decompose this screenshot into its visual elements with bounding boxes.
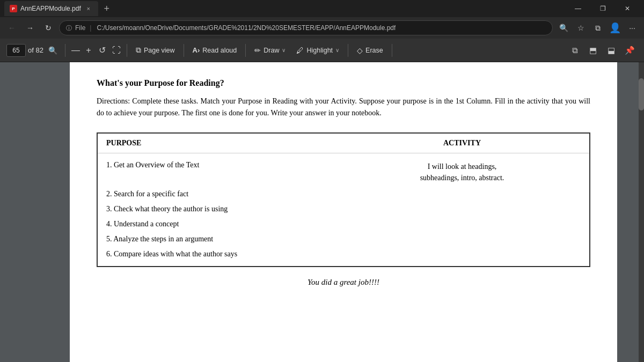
page-total: of 82 <box>28 46 43 54</box>
page-view-icon: ⧉ <box>136 46 141 55</box>
erase-label: Erase <box>365 47 383 54</box>
split-view-icon[interactable]: ⧉ <box>590 20 605 35</box>
pdf-icon: P <box>10 5 17 12</box>
address-input-bar[interactable]: ⓘ File | C:/Users/moann/OneDrive/Documen… <box>59 20 553 35</box>
minimize-button[interactable]: — <box>566 0 590 17</box>
erase-button[interactable]: ◇ Erase <box>353 42 387 58</box>
main-area: What's your Purpose for Reading? Directi… <box>0 62 644 362</box>
profile-icon[interactable]: 👤 <box>608 20 623 35</box>
page-number-input[interactable] <box>6 44 26 57</box>
purpose-column-header: PURPOSE <box>106 139 343 147</box>
right-margin <box>617 62 644 362</box>
read-aloud-icon: A› <box>193 46 200 54</box>
scrollbar[interactable] <box>639 62 644 362</box>
active-tab[interactable]: P AnnEAPPModule.pdf × <box>4 1 98 16</box>
title-bar: P AnnEAPPModule.pdf × + — ❐ ✕ <box>0 0 644 17</box>
purpose-activity-table: PURPOSE ACTIVITY 1. Get an Overview of t… <box>97 132 590 267</box>
file-label: File <box>75 24 85 32</box>
table-row: 2. Search for a specific fact <box>106 187 581 202</box>
favorite-icon[interactable]: ☆ <box>573 20 588 35</box>
highlight-button[interactable]: 🖊 Highlight ∨ <box>292 42 343 58</box>
table-header-row: PURPOSE ACTIVITY <box>98 134 589 153</box>
print-icon[interactable]: ⬓ <box>603 42 619 58</box>
toolbar-separator-2 <box>127 44 127 57</box>
purpose-cell-2: 2. Search for a specific fact <box>106 190 343 198</box>
restore-button[interactable]: ❐ <box>590 0 615 17</box>
tab-list: P AnnEAPPModule.pdf × + <box>4 1 564 16</box>
bottom-text: You did a great job!!!! <box>97 278 590 287</box>
pdf-page-content: What's your Purpose for Reading? Directi… <box>70 62 617 362</box>
activity-cell-1: I will look at headings,subheadings, int… <box>343 161 581 183</box>
forward-button[interactable]: → <box>23 20 38 35</box>
zoom-out-button[interactable]: — <box>70 45 82 56</box>
page-view-button[interactable]: ⧉ Page view <box>131 42 179 58</box>
draw-icon: ✏ <box>254 46 261 55</box>
scrollbar-thumb[interactable] <box>639 78 644 110</box>
table-row: 6. Compare ideas with what the author sa… <box>106 247 581 262</box>
toolbar-separator-1 <box>65 44 65 57</box>
table-body: 1. Get an Overview of the Text I will lo… <box>98 153 589 266</box>
zoom-controls: — + <box>70 45 94 56</box>
copy-icon[interactable]: ⧉ <box>567 42 583 58</box>
file-icon: ⓘ <box>66 24 72 32</box>
highlight-icon: 🖊 <box>296 46 304 55</box>
erase-icon: ◇ <box>357 46 363 55</box>
table-row: 1. Get an Overview of the Text I will lo… <box>106 158 581 187</box>
purpose-cell-4: 4. Understand a concept <box>106 220 343 228</box>
toolbar-separator-3 <box>184 44 184 57</box>
purpose-cell-6: 6. Compare ideas with what the author sa… <box>106 250 343 258</box>
fit-page-button[interactable]: ⛶ <box>111 45 122 56</box>
tab-close-button[interactable]: × <box>84 4 93 13</box>
toolbar-right-actions: ⧉ ⬒ ⬓ 📌 <box>567 42 638 58</box>
close-button[interactable]: ✕ <box>615 0 640 17</box>
back-button[interactable]: ← <box>4 20 19 35</box>
more-icon[interactable]: ··· <box>625 20 640 35</box>
purpose-cell-5: 5. Analyze the steps in an argument <box>106 235 343 243</box>
rotate-left-button[interactable]: ↺ <box>97 45 108 56</box>
save-icon[interactable]: ⬒ <box>585 42 601 58</box>
table-row: 5. Analyze the steps in an argument <box>106 232 581 247</box>
read-aloud-button[interactable]: A› Read aloud <box>188 42 241 58</box>
left-margin <box>0 62 70 362</box>
page-counter: of 82 <box>6 44 43 57</box>
address-actions: 🔍 ☆ ⧉ 👤 ··· <box>556 20 640 35</box>
draw-label: Draw <box>264 47 279 54</box>
toolbar-separator-4 <box>245 44 246 57</box>
purpose-cell-1: 1. Get an Overview of the Text <box>106 161 343 169</box>
pdf-toolbar: of 82 🔍 — + ↺ ⛶ ⧉ Page view A› Read alou… <box>0 39 644 62</box>
tab-label: AnnEAPPModule.pdf <box>20 5 81 12</box>
read-aloud-label: Read aloud <box>202 47 237 54</box>
toolbar-separator-6 <box>392 44 392 57</box>
table-row: 4. Understand a concept <box>106 217 581 232</box>
search-button[interactable]: 🔍 <box>46 43 61 58</box>
search-icon[interactable]: 🔍 <box>556 20 571 35</box>
draw-dropdown-icon: ∨ <box>282 47 286 53</box>
highlight-dropdown-icon: ∨ <box>335 47 339 53</box>
section-title: What's your Purpose for Reading? <box>97 78 590 88</box>
address-bar: ← → ↻ ⓘ File | C:/Users/moann/OneDrive/D… <box>0 17 644 39</box>
toolbar-separator-5 <box>348 44 348 57</box>
table-row: 3. Check what theory the author is using <box>106 202 581 217</box>
highlight-label: Highlight <box>306 47 333 54</box>
window-controls: — ❐ ✕ <box>566 0 640 17</box>
activity-column-header: ACTIVITY <box>343 139 581 147</box>
refresh-button[interactable]: ↻ <box>41 20 56 35</box>
url-text: C:/Users/moann/OneDrive/Documents/GRADE%… <box>97 24 396 32</box>
purpose-cell-3: 3. Check what theory the author is using <box>106 205 343 213</box>
directions-text: Directions: Complete these tasks. Match … <box>97 95 590 120</box>
address-separator: | <box>90 24 91 32</box>
pin-icon[interactable]: 📌 <box>621 42 638 58</box>
page-view-label: Page view <box>144 47 175 54</box>
new-tab-button[interactable]: + <box>99 1 114 16</box>
draw-button[interactable]: ✏ Draw ∨ <box>250 42 290 58</box>
zoom-in-button[interactable]: + <box>83 45 94 56</box>
